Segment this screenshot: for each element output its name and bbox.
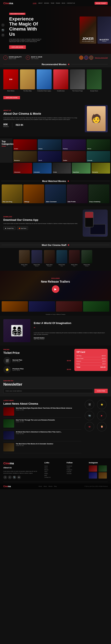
footer-follow-facebook[interactable]: Facebook xyxy=(67,466,86,467)
list-item[interactable] xyxy=(83,301,109,312)
footer-link-pages[interactable]: Pages xyxy=(44,473,63,474)
footer-link-home[interactable]: Home xyxy=(44,466,63,467)
nav-link-pages[interactable]: PAGES xyxy=(56,2,60,4)
footer-link-contact[interactable]: Contact Us xyxy=(44,477,63,478)
app-desc: Lorem ipsum dolor sit amet consectetur a… xyxy=(3,223,79,224)
linkedin-social-icon[interactable]: in xyxy=(17,476,21,479)
recommended-accent xyxy=(68,64,69,65)
list-item[interactable]: Action xyxy=(13,139,37,150)
app-mockup xyxy=(83,210,108,237)
list-item[interactable]: Comedy xyxy=(87,151,110,162)
list-item[interactable] xyxy=(29,301,55,312)
newsletter-subscribe-button[interactable]: SUBSCRIBE xyxy=(94,389,108,393)
ticket-row-4: Drinks $3.00 xyxy=(76,363,106,365)
list-item[interactable]: Alien Covenant xyxy=(45,184,66,203)
twitter-social-icon[interactable]: t xyxy=(8,476,12,479)
movie-name: Black Widow xyxy=(3,90,18,92)
list-item[interactable]: The Lion King xyxy=(2,184,22,203)
list-item[interactable] xyxy=(2,301,28,312)
footer-bottom-link-home[interactable]: Home xyxy=(38,486,42,487)
most-watched-title: Most Watched Movies xyxy=(42,180,66,182)
list-item[interactable]: Thriller xyxy=(62,151,86,162)
quality-item-1: ✓ GOOD QUALITY Watch Now xyxy=(3,56,22,60)
about-text: ABOUT US About Our Cinema & Movie Lorem … xyxy=(3,110,82,128)
list-item[interactable]: Animation xyxy=(33,163,52,174)
plan-name-normal: Normal Plan xyxy=(12,359,65,361)
list-item[interactable]: Horror xyxy=(87,139,110,150)
list-item[interactable]: Grey's Anatomy xyxy=(89,184,109,203)
nav-link-movies[interactable]: MOVIES xyxy=(44,2,49,4)
ticket-plans: 🎬 Normal Plan $5.99 / Month $5.99 ⭐ Prem… xyxy=(3,357,71,373)
footer-follow-col: Follow Facebook Twitter Instagram Linked… xyxy=(67,462,86,479)
share-icon[interactable]: ↑ xyxy=(1,24,4,27)
list-item[interactable]: Vikings xyxy=(23,184,44,203)
news-badges: 🎬 ⭐ 📷 ▶ 🎟 🍿 xyxy=(85,400,108,455)
footer-about-desc: Lorem ipsum dolor sit amet consectetur a… xyxy=(3,470,41,474)
newsletter-email-input[interactable] xyxy=(3,389,93,393)
footer-follow-instagram[interactable]: Instagram xyxy=(67,469,86,470)
hero-section: ↑ 📷 f WELCOME TO CINEMA Experience The M… xyxy=(0,6,111,54)
plan-icon-premium: ⭐ xyxy=(3,366,11,373)
facebook-social-icon[interactable]: f xyxy=(3,476,7,479)
instagram-social-icon[interactable]: 📷 xyxy=(12,476,16,479)
list-item[interactable]: Adventure xyxy=(13,163,32,174)
phone-mockup xyxy=(85,212,94,227)
play-button[interactable]: ▶ xyxy=(52,285,59,293)
list-item: The Boss Baby xyxy=(20,69,35,92)
most-watched-row: The Lion King Vikings Alien Covenant Sid… xyxy=(0,184,111,204)
footer-bottom-nav: Home About Movies Blog xyxy=(38,486,57,487)
plan-amount-normal: $5.99 xyxy=(67,360,71,362)
footer-bottom-link-blog[interactable]: Blog xyxy=(54,486,57,487)
footer-bottom-logo: Cinema xyxy=(3,485,11,488)
nav-link-team[interactable]: TEAM xyxy=(51,2,54,4)
book-ticket-button[interactable]: BOOK TICKET xyxy=(95,2,108,4)
list-item[interactable]: Superhero xyxy=(72,163,91,174)
footer-follow-youtube[interactable]: YouTube xyxy=(67,473,86,474)
list-item[interactable]: Fantasy xyxy=(62,139,86,150)
app-store-button[interactable]: 🍎 App Store xyxy=(17,226,28,230)
footer-follow-linkedin[interactable]: LinkedIn xyxy=(67,471,86,472)
plan-price-premium: $9.99 / Month xyxy=(12,370,65,371)
google-play-button[interactable]: ▶ Google Play xyxy=(3,226,16,230)
insta-thumb-3[interactable] xyxy=(89,472,97,478)
instagram-icon[interactable]: 📷 xyxy=(1,28,4,32)
footer-follow-twitter[interactable]: Twitter xyxy=(67,467,86,468)
footer-link-blog[interactable]: Blog xyxy=(44,475,63,476)
footer-link-about[interactable]: About xyxy=(44,467,63,468)
facebook-icon[interactable]: f xyxy=(1,34,4,37)
explore-more-button[interactable]: EXPLORE MORE xyxy=(3,96,20,99)
nav-link-contact[interactable]: CONTACT US xyxy=(67,2,75,4)
news-item-date: October 18, 2022 xyxy=(16,433,81,434)
list-item[interactable]: Sci-Fi xyxy=(38,151,61,162)
about-title: About Our Cinema & Movie xyxy=(3,112,82,115)
categories-accent xyxy=(2,146,6,146)
news-thumbnail xyxy=(3,407,14,416)
list-item[interactable]: Romantic xyxy=(92,163,110,174)
ticket-row-2: Movie Ticket $10.00 xyxy=(76,357,106,360)
insta-thumb-1[interactable] xyxy=(89,466,97,472)
news-item-title: All About How Hero's Adventure Is Glamor… xyxy=(16,431,81,432)
footer-link-team[interactable]: Team xyxy=(44,471,63,472)
list-item[interactable] xyxy=(56,301,82,312)
meet-staff-link[interactable]: Meet Our Cinema Staff xyxy=(95,57,108,58)
insta-thumb-4[interactable] xyxy=(99,472,107,478)
footer: Cinema About Us Lorem ipsum dolor sit am… xyxy=(0,458,111,489)
nav-link-blog[interactable]: BLOG xyxy=(62,2,65,4)
staff-title: Meet Our Cinema Staff xyxy=(42,244,66,246)
explore-more-button[interactable]: EXPLORE MORE xyxy=(9,45,26,49)
nav-link-about[interactable]: ABOUT xyxy=(38,2,42,4)
app-buttons: ▶ Google Play 🍎 App Store xyxy=(3,226,79,230)
list-item[interactable]: Romance xyxy=(13,151,37,162)
movie-thumb xyxy=(53,69,68,90)
insta-thumb-2[interactable] xyxy=(99,466,107,472)
list-item[interactable]: Crime xyxy=(52,163,71,174)
nav-link-home[interactable]: HOME xyxy=(33,2,36,4)
most-watched-header: Most Watched Movies xyxy=(0,178,111,184)
footer-bottom-link-movies[interactable]: Movies xyxy=(49,486,52,487)
footer-link-movies[interactable]: Movies xyxy=(44,469,63,470)
list-item[interactable]: Side Profile xyxy=(67,184,88,203)
news-thumbnail xyxy=(3,419,14,428)
list-item[interactable]: Drama xyxy=(38,139,61,150)
categories-row2: Adventure Animation Crime Superhero Roma… xyxy=(0,163,111,174)
footer-bottom-link-about[interactable]: About xyxy=(43,486,47,487)
